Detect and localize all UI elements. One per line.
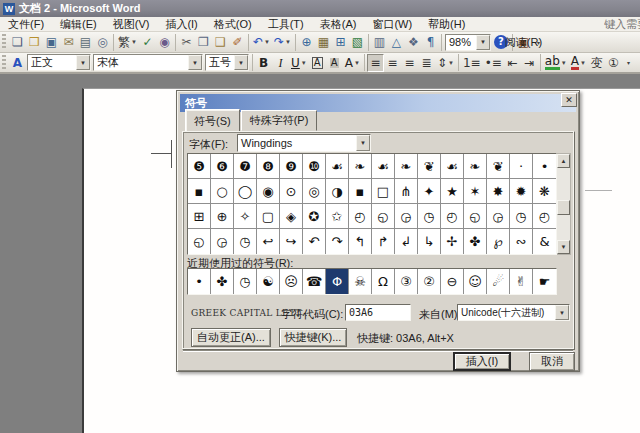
symbol-cell[interactable]: ✸ (487, 179, 510, 204)
tab-symbols[interactable]: 符号(S) (185, 109, 240, 132)
print-preview-icon[interactable]: ◎ (94, 33, 111, 51)
menu-file[interactable]: 文件(F) (0, 17, 52, 32)
symbol-cell[interactable]: ☙ (372, 154, 395, 179)
symbol-cell[interactable]: ❦ (487, 154, 510, 179)
menu-format[interactable]: 格式(O) (206, 17, 260, 32)
cancel-button[interactable]: 取消 (529, 352, 575, 371)
symbol-cell[interactable]: ◷ (418, 204, 441, 229)
align-left-icon[interactable]: ≡ (367, 54, 384, 72)
open-folder-icon[interactable]: ❒ (26, 33, 43, 51)
symbol-cell[interactable]: ⊖ (441, 269, 464, 294)
styles-pane-icon[interactable]: A (9, 54, 26, 72)
symbol-cell[interactable]: Ω (372, 269, 395, 294)
insert-hyperlink-icon[interactable]: ⊕ (298, 33, 315, 51)
character-code-input[interactable]: 03A6 (345, 304, 411, 321)
symbol-cell[interactable]: ✢ (441, 229, 464, 254)
character-shading-icon[interactable]: A (326, 54, 343, 72)
symbol-cell-selected[interactable]: Φ (326, 269, 349, 294)
font-combo[interactable]: 宋体▼ (93, 54, 203, 71)
symbol-cell[interactable]: ↰ (349, 229, 372, 254)
from-dropdown[interactable]: Unicode(十六进制) ▼ (457, 304, 570, 321)
menu-insert[interactable]: 插入(I) (157, 17, 205, 32)
symbol-cell[interactable]: ◉ (257, 179, 280, 204)
symbol-cell[interactable]: ⊕ (211, 204, 234, 229)
symbol-cell[interactable]: ✌ (510, 269, 533, 294)
insert-excel-icon[interactable]: ▧ (349, 33, 366, 51)
symbol-cell[interactable]: ☎ (303, 269, 326, 294)
symbol-cell[interactable]: ◷ (510, 204, 533, 229)
symbol-cell[interactable]: ✦ (418, 179, 441, 204)
symbol-cell[interactable]: ◵ (188, 229, 211, 254)
symbol-cell[interactable]: ❾ (280, 154, 303, 179)
symbol-cell[interactable]: • (188, 269, 211, 294)
decrease-indent-icon[interactable]: ⇤ (504, 54, 521, 72)
symbol-cell[interactable]: ✤ (211, 269, 234, 294)
cut-icon[interactable]: ✂ (178, 33, 195, 51)
symbol-cell[interactable]: ↷ (326, 229, 349, 254)
symbol-cell[interactable]: ☄ (487, 269, 510, 294)
character-scale-icon[interactable]: A▼ (343, 54, 362, 72)
toolbar-drag-handle[interactable] (2, 55, 6, 71)
document-map-icon[interactable]: ❖ (405, 33, 422, 51)
highlight-icon[interactable]: ab▼ (543, 54, 569, 72)
distribute-icon[interactable]: ≣ (418, 54, 435, 72)
underline-icon[interactable]: U▼ (289, 54, 309, 72)
symbol-cell[interactable]: · (510, 154, 533, 179)
window-titlebar[interactable]: W 文档 2 - Microsoft Word (0, 0, 640, 17)
symbol-cell[interactable]: ✧ (234, 204, 257, 229)
symbol-cell[interactable]: ❧ (349, 154, 372, 179)
help-question-box[interactable]: 键入需要帮助的问题 (604, 17, 640, 32)
symbol-cell[interactable]: ◷ (234, 229, 257, 254)
italic-icon[interactable]: I (272, 54, 289, 72)
symbol-cell[interactable]: ℘ (487, 229, 510, 254)
dialog-close-button[interactable]: ✕ (561, 93, 577, 107)
symbol-cell[interactable]: ◶ (395, 204, 418, 229)
menu-window[interactable]: 窗口(W) (364, 17, 420, 32)
shortcut-key-button[interactable]: 快捷键(K)... (279, 328, 347, 347)
symbol-cell[interactable]: ❽ (257, 154, 280, 179)
redo-icon[interactable]: ↷▼ (272, 33, 293, 51)
symbol-cell[interactable]: ❧ (395, 154, 418, 179)
menu-table[interactable]: 表格(A) (312, 17, 365, 32)
symbol-cell[interactable]: ❺ (188, 154, 211, 179)
symbol-cell[interactable]: ❧ (464, 154, 487, 179)
font-dropdown[interactable]: Wingdings ▼ (237, 134, 371, 152)
align-right-icon[interactable]: ≡ (401, 54, 418, 72)
scrollbar-thumb[interactable] (557, 200, 570, 215)
symbol-cell[interactable]: ↩ (257, 229, 280, 254)
symbol-cell[interactable]: ○ (211, 179, 234, 204)
phonetic-guide-icon[interactable]: 变 (588, 54, 605, 72)
symbol-cell[interactable]: ◑ (326, 179, 349, 204)
chevron-down-icon[interactable]: ▼ (188, 55, 202, 70)
toolbar-drag-handle[interactable] (2, 34, 6, 50)
symbol-cell[interactable]: ↱ (372, 229, 395, 254)
symbol-cell[interactable]: ↲ (395, 229, 418, 254)
symbol-cell[interactable]: ▪ (188, 179, 211, 204)
symbol-cell[interactable]: ↳ (418, 229, 441, 254)
scrollbar-track[interactable] (557, 168, 570, 240)
spelling-check-icon[interactable]: ✓ (139, 33, 156, 51)
character-border-icon[interactable]: A (309, 54, 326, 72)
symbol-cell[interactable]: ☠ (349, 269, 372, 294)
symbol-cell[interactable]: ☙ (326, 154, 349, 179)
size-combo[interactable]: 五号▼ (205, 54, 249, 71)
style-combo[interactable]: 正文▼ (27, 54, 91, 71)
tables-and-borders-icon[interactable]: ▦ (315, 33, 332, 51)
line-spacing-icon[interactable]: ⇕▼ (435, 54, 456, 72)
symbol-cell[interactable]: ☙ (441, 154, 464, 179)
insert-table-icon[interactable]: ⊞ (332, 33, 349, 51)
copy-icon[interactable]: ❐ (195, 33, 212, 51)
symbol-cell[interactable]: ✤ (464, 229, 487, 254)
toolbar-options-chevron[interactable]: ▾ (623, 54, 634, 72)
drawing-icon[interactable]: △ (388, 33, 405, 51)
symbol-cell[interactable]: ❋ (533, 179, 556, 204)
symbol-cell[interactable]: ↶ (303, 229, 326, 254)
format-painter-icon[interactable]: ✐ (229, 33, 246, 51)
research-icon[interactable]: ◉ (156, 33, 173, 51)
undo-icon[interactable]: ↶▼ (251, 33, 272, 51)
numbering-icon[interactable]: 1≡ (461, 54, 483, 72)
chevron-down-icon[interactable]: ▼ (76, 55, 90, 70)
symbol-cell[interactable]: ∾ (510, 229, 533, 254)
symbol-cell[interactable]: ◶ (211, 229, 234, 254)
autocorrect-button[interactable]: 自动更正(A)... (191, 328, 271, 347)
